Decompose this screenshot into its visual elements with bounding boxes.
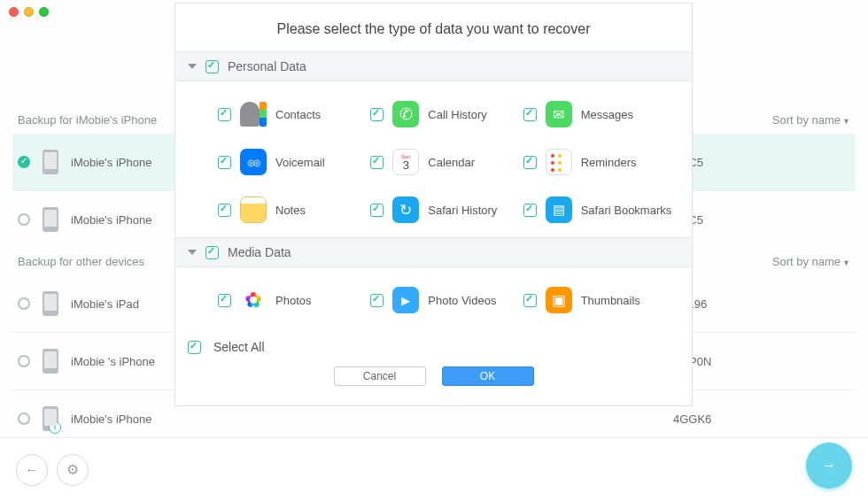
traffic-lights (9, 7, 49, 17)
item-checkbox[interactable] (370, 294, 384, 307)
maximize-window-button[interactable] (39, 7, 49, 17)
data-type-modal: Please select the type of data you want … (174, 3, 693, 406)
data-type-messages[interactable]: Messages (523, 90, 676, 138)
close-window-button[interactable] (9, 7, 19, 17)
device-icon (43, 150, 58, 174)
ok-button[interactable]: OK (442, 366, 534, 386)
data-type-thumbnails[interactable]: Thumbnails (523, 276, 676, 324)
modal-buttons: Cancel OK (175, 358, 692, 405)
data-type-safari-bookmarks[interactable]: Safari Bookmarks (523, 186, 676, 234)
category-media-data[interactable]: Media Data (175, 237, 692, 267)
item-checkbox[interactable] (370, 156, 384, 169)
item-checkbox[interactable] (523, 204, 537, 217)
section-title: Backup for iMobie's iPhone (18, 113, 157, 127)
data-type-contacts[interactable]: Contacts (218, 90, 370, 138)
calendar-icon: Sun3 (392, 149, 419, 175)
data-type-safari-history[interactable]: Safari History (370, 186, 523, 234)
row-radio[interactable] (18, 355, 30, 367)
contacts-icon (240, 101, 267, 127)
serial: FRC5 (673, 156, 806, 169)
photos-icon (240, 287, 267, 313)
data-type-voicemail[interactable]: Voicemail (218, 138, 370, 186)
select-all-row[interactable]: Select All (175, 328, 692, 358)
voicemail-icon (240, 149, 267, 175)
minimize-window-button[interactable] (24, 7, 34, 17)
category-checkbox[interactable] (205, 60, 219, 73)
row-radio[interactable] (18, 412, 30, 425)
cancel-button[interactable]: Cancel (334, 366, 426, 386)
row-radio[interactable] (18, 156, 30, 168)
item-checkbox[interactable] (370, 204, 384, 217)
photo-videos-icon (392, 287, 419, 313)
safari-history-icon (392, 197, 419, 223)
device-icon (43, 349, 58, 374)
chevron-down-icon (188, 250, 197, 255)
category-personal-data[interactable]: Personal Data (175, 51, 692, 81)
device-icon-warning (43, 406, 58, 431)
messages-icon (546, 101, 572, 127)
row-radio[interactable] (18, 213, 30, 226)
chevron-down-icon (188, 64, 197, 69)
select-all-checkbox[interactable] (188, 341, 201, 354)
sort-button[interactable]: Sort by name▼ (772, 255, 850, 268)
safari-bookmarks-icon (546, 197, 572, 223)
data-type-notes[interactable]: Notes (218, 186, 370, 234)
item-checkbox[interactable] (218, 204, 231, 217)
next-button[interactable]: → (806, 443, 852, 489)
item-checkbox[interactable] (523, 156, 537, 169)
device-icon (43, 291, 58, 316)
reminders-icon (546, 149, 572, 175)
footer: ← ⚙ (0, 437, 868, 501)
item-checkbox[interactable] (218, 108, 231, 121)
item-checkbox[interactable] (370, 108, 384, 121)
sort-button[interactable]: Sort by name▼ (772, 113, 850, 127)
notes-icon (240, 197, 267, 223)
data-type-call-history[interactable]: Call History (370, 90, 523, 138)
settings-button[interactable]: ⚙ (57, 454, 89, 486)
modal-title: Please select the type of data you want … (175, 4, 692, 51)
row-radio[interactable] (18, 297, 30, 310)
back-button[interactable]: ← (16, 454, 48, 486)
data-type-reminders[interactable]: Reminders (523, 138, 676, 186)
device-icon (43, 207, 58, 232)
item-checkbox[interactable] (523, 294, 537, 307)
item-checkbox[interactable] (218, 294, 231, 307)
thumbnails-icon (546, 287, 572, 313)
data-type-photos[interactable]: Photos (218, 276, 370, 324)
item-checkbox[interactable] (218, 156, 231, 169)
call-history-icon (392, 101, 419, 127)
category-checkbox[interactable] (205, 246, 219, 259)
data-type-calendar[interactable]: Sun3Calendar (370, 138, 523, 186)
item-checkbox[interactable] (523, 108, 537, 121)
data-type-photo-videos[interactable]: Photo Videos (370, 276, 523, 324)
